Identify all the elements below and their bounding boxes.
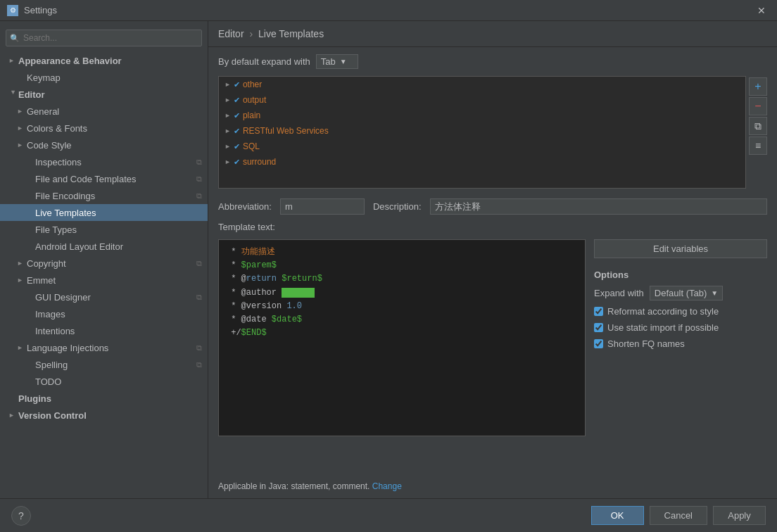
static-import-checkbox[interactable]	[594, 323, 603, 332]
add-button[interactable]: +	[749, 77, 767, 96]
template-list: ► ✔ other ► ✔ output ► ✔ plain	[218, 76, 746, 189]
copy-icon-file-enc: ⧉	[196, 191, 202, 201]
template-line: * @author	[226, 286, 578, 300]
right-options-panel: Edit variables Options Expand with Defau…	[591, 239, 767, 349]
shorten-fq-checkbox[interactable]	[594, 339, 603, 348]
template-text-label: Template text:	[218, 222, 767, 232]
abbr-desc-row: Abbreviation: Description:	[218, 198, 767, 215]
list-item[interactable]: ► ✔ other	[219, 77, 745, 92]
title-bar: ⚙ Settings ✕	[0, 0, 777, 21]
template-line: * @return $return$	[226, 272, 578, 286]
abbreviation-input[interactable]	[280, 198, 365, 215]
list-item[interactable]: ► ✔ plain	[219, 108, 745, 123]
template-line: * @date $date$	[226, 313, 578, 327]
search-input[interactable]	[6, 30, 202, 46]
template-line: * 功能描述	[226, 246, 578, 259]
sidebar-item-editor[interactable]: ► Editor	[0, 86, 208, 103]
template-line: * $parem$	[226, 259, 578, 272]
reformat-checkbox-row: Reformat according to style	[594, 306, 767, 317]
shorten-fq-label: Shorten FQ names	[607, 338, 685, 349]
sidebar-item-file-code-templates[interactable]: File and Code Templates ⧉	[0, 170, 208, 187]
sidebar-item-appearance[interactable]: ► Appearance & Behavior	[0, 52, 208, 69]
template-line: * @version 1.0	[226, 300, 578, 313]
expand-with-select[interactable]: Tab ▼	[316, 54, 358, 69]
copy-template-button[interactable]: ⧉	[749, 117, 767, 135]
sidebar-item-keymap[interactable]: Keymap	[0, 69, 208, 86]
sidebar-item-copyright[interactable]: ► Copyright ⧉	[0, 255, 208, 272]
arrow-icon-colors: ►	[17, 125, 27, 132]
template-text-row: * 功能描述 * $parem$ * @return $return$ * @a…	[218, 239, 767, 470]
close-button[interactable]: ✕	[753, 4, 770, 18]
options-label: Options	[594, 270, 767, 280]
list-item[interactable]: ► ✔ output	[219, 92, 745, 108]
move-button[interactable]: ≡	[749, 137, 767, 155]
applicable-text: Applicable in Java: statement, comment.	[218, 481, 369, 491]
cancel-button[interactable]: Cancel	[650, 506, 707, 525]
static-import-checkbox-row: Use static import if possible	[594, 322, 767, 333]
static-import-label: Use static import if possible	[607, 322, 719, 333]
arrow-icon-code-style: ►	[17, 141, 27, 148]
help-button[interactable]: ?	[11, 506, 31, 526]
breadcrumb: Editor › Live Templates	[208, 21, 777, 47]
app-icon: ⚙	[7, 5, 18, 16]
sidebar-item-file-types[interactable]: File Types	[0, 221, 208, 238]
description-input[interactable]	[430, 198, 767, 215]
sidebar-item-todo[interactable]: TODO	[0, 373, 208, 390]
search-box: 🔍	[6, 30, 202, 46]
list-item[interactable]: ► ✔ surround	[219, 154, 745, 170]
sidebar-item-colors-fonts[interactable]: ► Colors & Fonts	[0, 120, 208, 137]
applicable-row: Applicable in Java: statement, comment. …	[218, 481, 767, 491]
sidebar-item-code-style[interactable]: ► Code Style	[0, 137, 208, 153]
sidebar-item-spelling[interactable]: Spelling ⧉	[0, 356, 208, 373]
arrow-icon-vc: ►	[8, 412, 18, 419]
copy-icon-gui: ⧉	[196, 293, 202, 302]
sidebar-item-emmet[interactable]: ► Emmet	[0, 272, 208, 289]
shorten-fq-checkbox-row: Shorten FQ names	[594, 338, 767, 349]
sidebar-item-version-control[interactable]: ► Version Control	[0, 407, 208, 424]
template-line: +/$END$	[226, 327, 578, 340]
sidebar: 🔍 ► Appearance & Behavior Keymap ► Edito…	[0, 21, 208, 498]
arrow-icon-lang: ►	[17, 344, 27, 351]
remove-button[interactable]: −	[749, 97, 767, 115]
expand-with-options-select[interactable]: Default (Tab) ▼	[650, 286, 723, 300]
copy-icon-file-code: ⧉	[196, 175, 202, 184]
side-buttons: + − ⧉ ≡	[749, 76, 767, 189]
bottom-bar: ? OK Cancel Apply	[0, 498, 777, 532]
sidebar-item-android-layout[interactable]: Android Layout Editor	[0, 238, 208, 255]
sidebar-item-inspections[interactable]: Inspections ⧉	[0, 153, 208, 170]
copy-icon-inspections: ⧉	[196, 158, 202, 167]
edit-variables-button[interactable]: Edit variables	[594, 239, 767, 258]
ok-button[interactable]: OK	[591, 506, 644, 525]
reformat-checkbox[interactable]	[594, 307, 603, 316]
abbreviation-label: Abbreviation:	[218, 201, 272, 212]
list-item[interactable]: ► ✔ SQL	[219, 139, 745, 154]
options-caret-icon: ▼	[711, 289, 718, 297]
sidebar-item-gui-designer[interactable]: GUI Designer ⧉	[0, 289, 208, 305]
reformat-label: Reformat according to style	[607, 306, 719, 317]
content-area: Editor › Live Templates By default expan…	[208, 21, 777, 498]
expand-caret-icon: ▼	[340, 58, 347, 65]
copy-icon-spelling: ⧉	[196, 360, 202, 369]
sidebar-item-intentions[interactable]: Intentions	[0, 322, 208, 339]
window-title: Settings	[24, 5, 57, 15]
sidebar-item-images[interactable]: Images	[0, 305, 208, 322]
apply-button[interactable]: Apply	[713, 506, 766, 525]
sidebar-item-general[interactable]: ► General	[0, 103, 208, 120]
sidebar-item-live-templates[interactable]: Live Templates	[0, 204, 208, 221]
copy-icon-copyright: ⧉	[196, 259, 202, 268]
expand-with-options-row: Expand with Default (Tab) ▼	[594, 286, 767, 300]
sidebar-item-lang-injections[interactable]: ► Language Injections ⧉	[0, 339, 208, 356]
change-link[interactable]: Change	[372, 481, 402, 491]
arrow-icon-copyright: ►	[17, 260, 27, 267]
description-label: Description:	[373, 201, 422, 212]
sidebar-item-plugins[interactable]: Plugins	[0, 390, 208, 407]
template-list-section: ► ✔ other ► ✔ output ► ✔ plain	[218, 76, 767, 189]
template-editor[interactable]: * 功能描述 * $parem$ * @return $return$ * @a…	[218, 239, 586, 436]
sidebar-item-file-encodings[interactable]: File Encodings ⧉	[0, 187, 208, 204]
arrow-icon-general: ►	[17, 108, 27, 115]
expand-label: By default expand with	[218, 56, 310, 67]
list-item[interactable]: ► ✔ RESTful Web Services	[219, 123, 745, 139]
arrow-icon: ►	[8, 57, 18, 64]
content-body: By default expand with Tab ▼ ► ✔ other ►	[208, 47, 777, 498]
arrow-icon-emmet: ►	[17, 277, 27, 284]
